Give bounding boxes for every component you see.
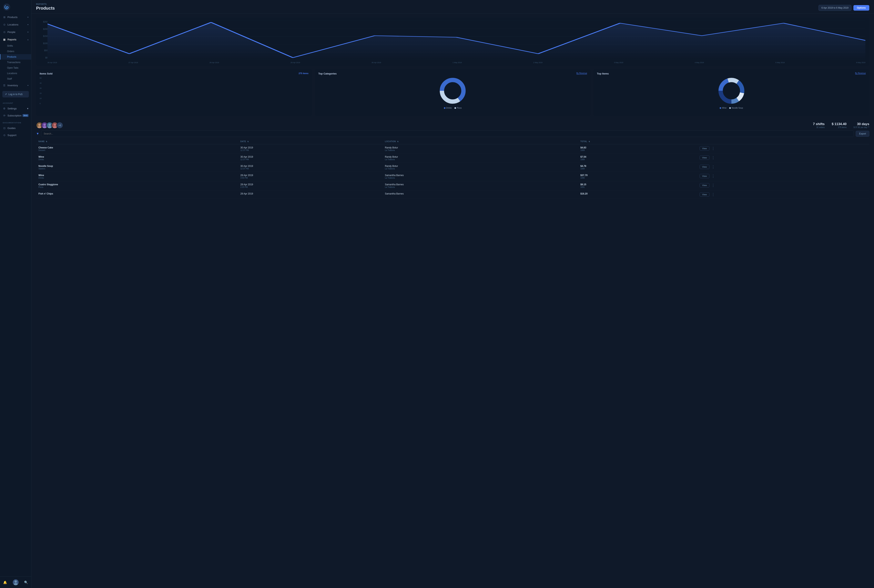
sidebar-subitem-transactions[interactable]: Transactions (0, 60, 31, 65)
col-total[interactable]: TOTAL ⇅ (578, 139, 697, 144)
view-button-1[interactable]: View (700, 156, 709, 160)
cell-name-2: Noodle Soup Starters (36, 163, 238, 172)
sidebar-item-support[interactable]: ⊙ Support (0, 132, 31, 139)
notifications-icon[interactable]: 🔔 (3, 580, 7, 584)
cell-location-4: Samantha Barnes La Trattoria (383, 181, 578, 190)
login-pos-button[interactable]: ↗ Log in to PoS (2, 91, 29, 98)
col-name[interactable]: NAME ⇅ (36, 139, 238, 144)
chevron-icon: ▾ (27, 31, 29, 33)
sidebar-item-locations[interactable]: ⊙ Locations ▾ (0, 21, 31, 28)
table-row: Cheese Cake Dessert 30 Apr 2019 12:37 PM… (36, 144, 869, 153)
line-chart-svg-wrap: 26 Apr 2019 27 Apr 2019 28 Apr 2019 29 A… (48, 21, 865, 63)
sidebar-item-inventory[interactable]: ☰ Inventory ▾ (0, 82, 31, 89)
person-icon: ⊙ (3, 30, 6, 33)
table-row: Wine Drinks 28 Apr 2019 3:55 PM Samantha… (36, 172, 869, 181)
search-input[interactable] (41, 130, 854, 137)
cell-date-0: 30 Apr 2019 12:37 PM (238, 144, 383, 153)
cell-date-3: 28 Apr 2019 3:55 PM (238, 172, 383, 181)
cell-location-1: Randy Botur La Trattoria (383, 153, 578, 163)
cell-actions-0: View ⋮ (697, 144, 869, 153)
date-range-button[interactable]: 6 Apr 2019 to 6 May 2019 (818, 5, 851, 11)
help-icon: ⊙ (3, 134, 6, 136)
view-button-3[interactable]: View (700, 174, 709, 178)
col-actions (697, 139, 869, 144)
beta-badge: Beta (23, 114, 29, 117)
col-location[interactable]: LOCATION ⇅ (383, 139, 578, 144)
sidebar-subitem-orders[interactable]: Orders (0, 49, 31, 54)
filter-icon[interactable]: ▼ (36, 132, 39, 135)
cell-total-5: $16.20 (578, 190, 697, 199)
chevron-icon: ▾ (27, 16, 29, 18)
search-icon[interactable]: 🔍 (24, 580, 28, 584)
cell-name-3: Wine Drinks (36, 172, 238, 181)
main-content: REPORTS Products 6 Apr 2019 to 6 May 201… (32, 0, 874, 588)
table-row: Fish n' Chips 28 Apr 2019 Samantha Barne… (36, 190, 869, 199)
sidebar-subitem-open-tabs[interactable]: Open Tabs (0, 65, 31, 70)
view-button-4[interactable]: View (700, 183, 709, 188)
view-button-0[interactable]: View (700, 146, 709, 151)
col-date[interactable]: DATE ⇅ (238, 139, 383, 144)
x-axis-labels: 26 Apr 2019 27 Apr 2019 28 Apr 2019 29 A… (48, 62, 865, 63)
view-button-2[interactable]: View (700, 165, 709, 169)
more-button-5[interactable]: ⋮ (710, 192, 716, 196)
options-button[interactable]: Options (853, 5, 869, 10)
chevron-icon: ▾ (27, 107, 29, 110)
sidebar-subitem-staff[interactable]: Staff (0, 76, 31, 82)
chart-icon: ▦ (3, 38, 6, 41)
svg-point-20 (37, 126, 41, 129)
sidebar-item-people[interactable]: ⊙ People ▾ (0, 28, 31, 36)
svg-point-22 (42, 126, 47, 129)
svg-point-1 (15, 580, 17, 583)
more-button-4[interactable]: ⋮ (710, 183, 716, 188)
top-categories-card: Top Categories By Revenue Drinks (315, 69, 591, 116)
table-row: Wine Drinks 30 Apr 2019 12:37 PM Randy B… (36, 153, 869, 163)
cell-actions-5: View ⋮ (697, 190, 869, 199)
sort-location-icon: ⇅ (397, 141, 399, 142)
more-button-2[interactable]: ⋮ (710, 165, 716, 169)
categories-legend: Drinks Pizza (444, 107, 462, 109)
cell-date-4: 28 Apr 2019 2:25 PM (238, 181, 383, 190)
view-button-5[interactable]: View (700, 192, 709, 196)
sidebar-item-subscription[interactable]: ⟳ Subscription Beta (0, 112, 31, 119)
account-section-label: ACCOUNT (0, 99, 31, 105)
cell-name-4: Cuatro Staggione Pizza (36, 181, 238, 190)
sidebar-subitem-locations[interactable]: Locations (0, 70, 31, 76)
summary-stats: 7 shifts 32 orders $ 1134.40 275 items 3… (813, 122, 869, 128)
sidebar-item-products[interactable]: ⊞ Products ▾ (0, 14, 31, 21)
dripos-logo (3, 3, 10, 10)
chevron-icon: ▾ (27, 84, 29, 87)
svg-point-25 (54, 123, 56, 126)
sidebar-item-guides[interactable]: ⊡ Guides (0, 124, 31, 132)
sidebar-item-reports[interactable]: ▦ Reports ▴ (0, 36, 31, 43)
table-section: ▼ Export NAME ⇅ DATE ⇅ LOCATION ⇅ (32, 130, 874, 204)
line-chart-card: $250 $200 $150 $100 $50 $0 (36, 18, 869, 66)
cell-date-5: 28 Apr 2019 (238, 190, 383, 199)
cell-location-2: Randy Botur La Trattoria (383, 163, 578, 172)
page-title: Products (36, 6, 55, 11)
svg-point-19 (38, 123, 41, 126)
cell-name-1: Wine Drinks (36, 153, 238, 163)
more-button-0[interactable]: ⋮ (710, 146, 716, 151)
export-button[interactable]: Export (856, 131, 869, 136)
more-button-3[interactable]: ⋮ (710, 174, 716, 178)
sidebar-item-settings[interactable]: ⚙ Settings ▾ (0, 105, 31, 112)
inventory-icon: ☰ (3, 84, 6, 87)
cell-actions-1: View ⋮ (697, 153, 869, 163)
more-button-1[interactable]: ⋮ (710, 156, 716, 160)
svg-point-26 (53, 126, 57, 129)
items-legend: Wine Noodle Soup (719, 107, 743, 109)
summary-days: 30 days $ 37.81 per day ** (854, 122, 869, 128)
box-icon: ⊞ (3, 15, 6, 19)
sidebar-subitem-shifts[interactable]: Shifts (0, 43, 31, 49)
sidebar-subitem-products[interactable]: Products (0, 54, 31, 60)
logo-area[interactable] (0, 0, 31, 14)
line-chart-svg (48, 21, 865, 60)
page-header: REPORTS Products 6 Apr 2019 to 6 May 201… (32, 0, 874, 14)
chart-container: $250 $200 $150 $100 $50 $0 (32, 14, 874, 116)
cell-actions-3: View ⋮ (697, 172, 869, 181)
items-sold-card: Items Sold 275 items 50 40 30 20 10 0 (36, 69, 312, 116)
summary-revenue: $ 1134.40 275 items (832, 122, 847, 128)
y-axis-labels: $250 $200 $150 $100 $50 $0 (40, 21, 48, 63)
documentation-section-label: DOCUMENTATION (0, 119, 31, 124)
user-avatar[interactable] (13, 579, 19, 585)
